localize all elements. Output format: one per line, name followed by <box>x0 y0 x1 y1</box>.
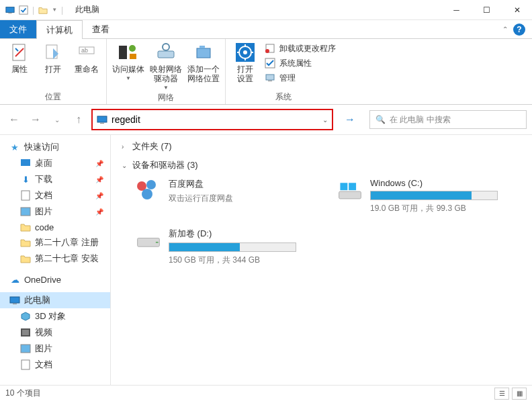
help-icon[interactable]: ? <box>513 24 525 36</box>
sidebar-pictures[interactable]: 图片📌 <box>0 204 110 220</box>
sidebar-videos[interactable]: 视频 <box>0 324 110 341</box>
document-icon <box>20 359 31 370</box>
item-count: 10 个项目 <box>5 388 41 399</box>
sidebar-documents2[interactable]: 文档 <box>0 357 110 373</box>
svg-point-15 <box>243 50 247 54</box>
forward-button[interactable]: → <box>27 111 44 128</box>
view-icons-button[interactable]: ▦ <box>512 388 527 400</box>
group-location-label: 位置 <box>5 90 101 103</box>
content-pane: › 文件夹 (7) ⌄ 设备和驱动器 (3) 百度网盘 双击运行百度网盘 Win… <box>111 135 532 385</box>
close-button[interactable]: ✕ <box>502 0 532 20</box>
svg-point-11 <box>163 44 169 50</box>
search-box[interactable]: 🔍 在 此电脑 中搜索 <box>369 110 527 129</box>
svg-text:ab: ab <box>81 47 88 54</box>
up-button[interactable]: ↑ <box>70 111 87 128</box>
tab-computer[interactable]: 计算机 <box>36 20 83 39</box>
divider: | <box>32 5 34 15</box>
back-button[interactable]: ← <box>5 111 23 128</box>
properties-button[interactable]: 属性 <box>5 42 34 74</box>
svg-point-21 <box>265 49 269 53</box>
sidebar-this-pc[interactable]: 此电脑 <box>0 292 110 308</box>
manage-button[interactable]: 管理 <box>265 71 336 85</box>
window-title: 此电脑 <box>75 4 99 15</box>
address-dropdown-icon[interactable]: ⌄ <box>322 116 328 124</box>
folders-section-header[interactable]: › 文件夹 (7) <box>122 140 521 152</box>
baidu-icon <box>135 178 162 205</box>
svg-rect-41 <box>349 183 356 190</box>
folder-icon <box>20 222 31 232</box>
svg-rect-23 <box>266 75 274 80</box>
drive-d[interactable]: 新加卷 (D:) 150 GB 可用，共 344 GB <box>135 228 310 266</box>
svg-rect-39 <box>339 191 361 199</box>
svg-rect-27 <box>21 159 30 166</box>
pin-icon: 📌 <box>95 160 107 167</box>
drive-icon <box>337 178 363 205</box>
devices-section-header[interactable]: ⌄ 设备和驱动器 (3) <box>122 159 521 171</box>
document-icon <box>20 190 31 201</box>
tab-view[interactable]: 查看 <box>83 20 119 38</box>
folder-icon <box>20 253 31 264</box>
sidebar-quick-access[interactable]: ★ 快速访问 <box>0 139 110 155</box>
sidebar-ch28[interactable]: 第二十八章 注册 <box>0 234 110 251</box>
search-icon: 🔍 <box>375 115 386 124</box>
sidebar-onedrive[interactable]: ☁OneDrive <box>0 272 110 287</box>
svg-rect-43 <box>156 242 159 243</box>
search-placeholder: 在 此电脑 中搜索 <box>390 114 451 126</box>
sidebar-ch27[interactable]: 第二十七章 安装 <box>0 251 110 267</box>
drive-c[interactable]: Windows (C:) 19.0 GB 可用，共 99.3 GB <box>337 178 511 214</box>
checkbox-icon[interactable] <box>19 5 28 15</box>
sidebar-documents[interactable]: 文档📌 <box>0 187 110 204</box>
folder-icon <box>20 237 31 248</box>
dropdown-icon[interactable]: ▼ <box>52 7 57 13</box>
go-button[interactable]: → <box>341 111 359 128</box>
drive-baidu[interactable]: 百度网盘 双击运行百度网盘 <box>135 178 310 214</box>
open-button[interactable]: 打开 <box>39 42 67 74</box>
sidebar-desktop[interactable]: 桌面📌 <box>0 155 110 171</box>
pc-icon <box>97 114 107 125</box>
pc-icon <box>9 295 20 306</box>
maximize-button[interactable]: ☐ <box>472 0 502 20</box>
desktop-icon <box>20 158 31 169</box>
chevron-right-icon: › <box>122 143 128 150</box>
star-icon: ★ <box>9 142 20 152</box>
svg-rect-29 <box>21 208 30 216</box>
navigation-pane: ★ 快速访问 桌面📌 ⬇下载📌 文档📌 图片📌 code 第二十八章 注册 第二… <box>0 135 111 385</box>
svg-rect-28 <box>21 191 30 200</box>
address-bar[interactable]: ⌄ <box>91 109 333 130</box>
address-input[interactable] <box>112 114 318 125</box>
svg-point-8 <box>129 45 136 52</box>
collapse-ribbon-icon[interactable]: ⌃ <box>502 26 508 33</box>
svg-rect-40 <box>340 183 347 190</box>
rename-button[interactable]: ab 重命名 <box>73 42 101 74</box>
svg-rect-9 <box>130 54 136 59</box>
minimize-button[interactable]: ─ <box>441 0 472 20</box>
pin-icon: 📌 <box>95 176 107 183</box>
add-location-button[interactable]: 添加一个 网络位置 <box>187 42 220 83</box>
svg-rect-33 <box>22 330 29 335</box>
svg-point-38 <box>142 189 152 199</box>
chevron-down-icon: ⌄ <box>122 162 128 169</box>
drive-icon <box>135 228 162 255</box>
svg-point-37 <box>146 180 156 189</box>
open-settings-button[interactable]: 打开 设置 <box>231 42 259 83</box>
access-media-button[interactable]: 访问媒体 ▼ <box>112 42 144 81</box>
svg-rect-30 <box>10 297 19 303</box>
sidebar-3d-objects[interactable]: 3D 对象 <box>0 308 110 324</box>
svg-rect-2 <box>19 5 28 13</box>
sidebar-pictures2[interactable]: 图片 <box>0 341 110 357</box>
svg-rect-26 <box>100 123 104 124</box>
svg-rect-0 <box>6 7 14 12</box>
usage-bar <box>169 242 296 252</box>
sidebar-code[interactable]: code <box>0 220 110 234</box>
video-icon <box>20 327 31 338</box>
system-properties-button[interactable]: 系统属性 <box>265 56 336 70</box>
view-details-button[interactable]: ☰ <box>494 388 509 400</box>
uninstall-button[interactable]: 卸载或更改程序 <box>265 42 336 55</box>
cube-icon <box>20 311 31 322</box>
folder-icon[interactable] <box>38 5 48 15</box>
sidebar-downloads[interactable]: ⬇下载📌 <box>0 171 110 187</box>
svg-rect-24 <box>268 81 272 81</box>
recent-dropdown[interactable]: ⌄ <box>48 111 66 128</box>
tab-file[interactable]: 文件 <box>0 20 36 38</box>
map-drive-button[interactable]: 映射网络 驱动器 ▼ <box>150 42 182 91</box>
